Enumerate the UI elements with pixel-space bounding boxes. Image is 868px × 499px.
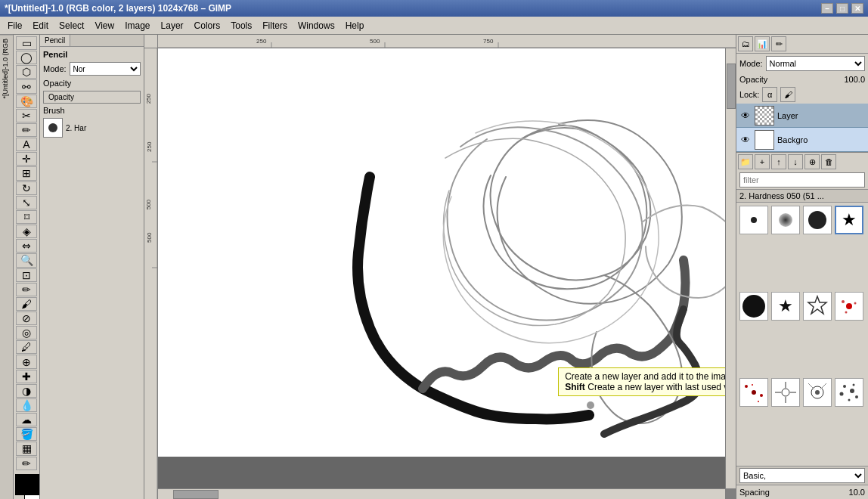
menu-help[interactable]: Help <box>341 19 369 33</box>
new-layer-btn[interactable]: + <box>755 154 770 169</box>
layer-eye-0[interactable]: 👁 <box>739 110 752 122</box>
tool-paintbrush[interactable]: 🖌 <box>16 297 37 311</box>
brushes-section: 2. Hardness 050 (51 ... ★ <box>736 171 868 499</box>
brush-detail1[interactable] <box>803 378 832 407</box>
layers-tab-icon[interactable]: 🗂 <box>738 36 753 51</box>
tool-airbrush[interactable]: ◎ <box>16 326 37 339</box>
brush-star[interactable]: ★ <box>835 206 863 234</box>
tool-bucket[interactable]: 🪣 <box>16 427 37 441</box>
mode-select[interactable]: Nor <box>70 62 141 76</box>
brush-big-circle[interactable] <box>739 292 768 321</box>
color-swatches[interactable] <box>15 474 40 494</box>
brush-category-select[interactable]: Basic, <box>739 468 865 483</box>
tool-move[interactable]: ✛ <box>16 152 37 166</box>
left-side: *[Untitled]-1.0 (RGB ▭ ◯ ⬡ ⚯ 🎨 ✂ ✏ A ✛ ⊞… <box>0 35 144 499</box>
brush-splat4[interactable] <box>835 378 863 407</box>
tool-color-select[interactable]: 🎨 <box>16 95 37 108</box>
tool-pencil-active active[interactable]: ✏ <box>16 457 37 470</box>
channels-tab-icon[interactable]: 📊 <box>755 36 770 51</box>
tool-dodge-burn[interactable]: ◑ <box>16 384 37 398</box>
svg-line-31 <box>820 383 826 389</box>
layer-item-0[interactable]: 👁 Layer <box>736 104 868 128</box>
tool-smudge[interactable]: ☁ <box>16 413 37 426</box>
svg-point-18 <box>752 390 756 395</box>
tool-blend[interactable]: ▦ <box>16 442 37 455</box>
main-layout: *[Untitled]-1.0 (RGB ▭ ◯ ⬡ ⚯ 🎨 ✂ ✏ A ✛ ⊞… <box>0 35 868 499</box>
foreground-color-swatch[interactable] <box>15 474 39 495</box>
brush-splat2[interactable] <box>739 378 768 407</box>
brush-preview-row[interactable]: 2. Har <box>43 118 141 138</box>
menu-select[interactable]: Select <box>54 19 88 33</box>
tool-rotate[interactable]: ↻ <box>16 181 37 195</box>
tool-paint[interactable]: ✏ <box>16 283 37 296</box>
delete-layer-btn[interactable]: 🗑 <box>821 154 836 169</box>
tool-zoom[interactable]: 🔍 <box>16 253 37 267</box>
lock-paint-btn[interactable]: 🖌 <box>780 87 795 102</box>
minimize-button[interactable]: – <box>821 3 833 14</box>
raise-layer-btn[interactable]: ↑ <box>771 154 786 169</box>
brush-hard-round-small[interactable] <box>739 206 768 234</box>
lock-label: Lock: <box>739 90 759 99</box>
layer-opacity-row: Opacity 100.0 <box>736 73 868 85</box>
brush-splat1[interactable] <box>835 292 863 321</box>
menu-colors[interactable]: Colors <box>190 19 225 33</box>
svg-point-35 <box>855 395 858 398</box>
tab-pencil[interactable]: Pencil <box>40 35 70 46</box>
tool-perspective[interactable]: ◈ <box>16 225 37 238</box>
tool-free-select[interactable]: ⬡ <box>16 65 37 79</box>
layer-eye-1[interactable]: 👁 <box>739 134 752 146</box>
brush-preview-thumb <box>43 118 63 138</box>
brush-splat3[interactable] <box>771 378 800 407</box>
tool-clone[interactable]: ⊕ <box>16 355 37 368</box>
duplicate-layer-btn[interactable]: ⊕ <box>804 154 820 169</box>
tool-ink[interactable]: 🖊 <box>16 340 37 354</box>
tool-text[interactable]: A <box>16 138 37 151</box>
tool-eraser[interactable]: ⊘ <box>16 311 37 325</box>
tool-ellipse-select[interactable]: ◯ <box>16 51 37 64</box>
tool-heal[interactable]: ✚ <box>16 370 37 383</box>
tool-paths[interactable]: ✏ <box>16 123 37 137</box>
layer-mode-select[interactable]: Normal <box>766 56 865 71</box>
lower-layer-btn[interactable]: ↓ <box>788 154 803 169</box>
tool-align[interactable]: ⊞ <box>16 166 37 180</box>
menu-windows[interactable]: Windows <box>293 19 339 33</box>
menu-layer[interactable]: Layer <box>157 19 188 33</box>
svg-point-32 <box>843 385 846 388</box>
menu-edit[interactable]: Edit <box>28 19 53 33</box>
tool-blur-sharpen[interactable]: 💧 <box>16 398 37 412</box>
layer-item-1[interactable]: 👁 Backgro <box>736 128 868 152</box>
brush-star-filled[interactable]: ★ <box>771 292 800 321</box>
vertical-scrollbar[interactable] <box>725 48 736 488</box>
new-layer-group-btn[interactable]: 📁 <box>738 154 753 169</box>
canvas[interactable]: Create a new layer and add it to the ima… <box>158 48 725 457</box>
tool-rect-select[interactable]: ▭ <box>16 36 37 50</box>
opacity-value: 100.0 <box>844 75 865 84</box>
lock-alpha-btn[interactable]: α <box>762 87 777 102</box>
menu-tools[interactable]: Tools <box>226 19 256 33</box>
paths-tab-icon[interactable]: ✏ <box>771 36 786 51</box>
brush-soft-round[interactable] <box>771 206 800 234</box>
maximize-button[interactable]: □ <box>836 3 848 14</box>
canvas-area[interactable]: Create a new layer and add it to the ima… <box>158 48 725 488</box>
menu-image[interactable]: Image <box>120 19 154 33</box>
tool-flip[interactable]: ⇔ <box>16 239 37 253</box>
titlebar: *[Untitled]-1.0 (RGB color, 2 layers) 10… <box>0 0 868 17</box>
tool-shear[interactable]: ⌑ <box>16 210 37 224</box>
menu-file[interactable]: File <box>3 19 26 33</box>
tool-crop[interactable]: ⊡ <box>16 268 37 282</box>
layer-thumb-1 <box>755 130 774 150</box>
tool-scale[interactable]: ⤡ <box>16 196 37 209</box>
close-button[interactable]: ✕ <box>851 3 863 14</box>
menu-filters[interactable]: Filters <box>258 19 292 33</box>
tool-fuzzy-select[interactable]: ⚯ <box>16 79 37 93</box>
brush-hard-round-large[interactable] <box>803 206 832 234</box>
brush-filter-input[interactable] <box>739 172 865 188</box>
svg-text:250: 250 <box>146 141 153 152</box>
vtab-untitled[interactable]: *[Untitled]-1.0 (RGB <box>0 35 13 102</box>
menu-view[interactable]: View <box>90 19 119 33</box>
horizontal-scrollbar[interactable] <box>158 488 725 499</box>
layer-thumb-0 <box>755 106 774 126</box>
brush-star-outline[interactable] <box>803 292 832 321</box>
tool-scissors[interactable]: ✂ <box>16 109 37 122</box>
opacity-button[interactable]: Opacity <box>43 91 141 104</box>
